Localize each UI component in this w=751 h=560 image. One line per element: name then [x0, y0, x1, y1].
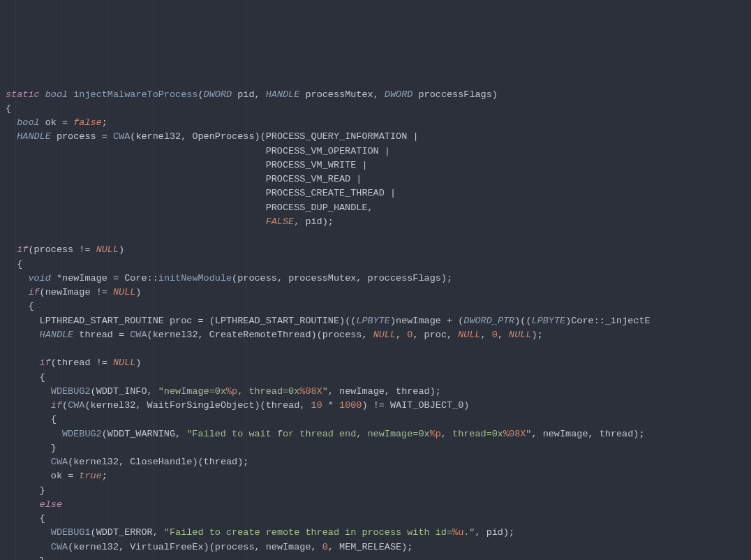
type-dword: DWORD: [204, 89, 232, 100]
type-handle: HANDLE: [266, 89, 300, 100]
kw-static: static: [6, 89, 40, 100]
code-editor[interactable]: static bool injectMalwareToProcess(DWORD…: [6, 88, 745, 561]
func-name: injectMalwareToProcess: [73, 89, 198, 100]
type-bool: bool: [45, 89, 68, 100]
